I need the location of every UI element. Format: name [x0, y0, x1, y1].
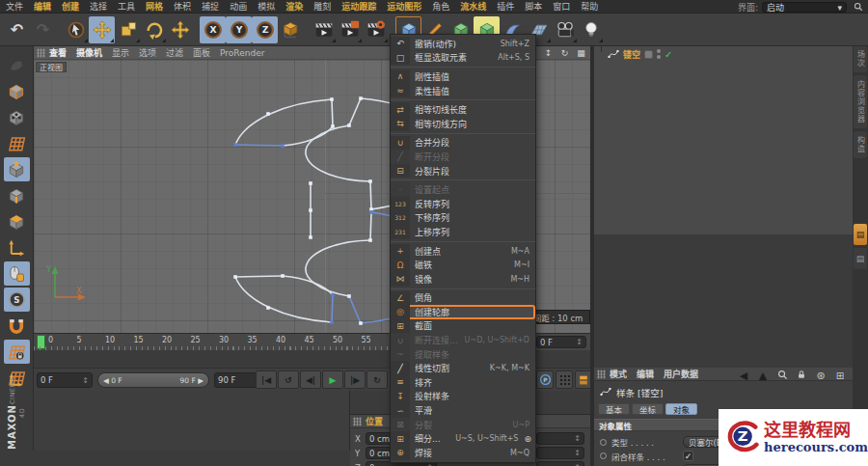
menu-选择[interactable]: 选择 — [90, 0, 107, 13]
menu-item-刚性插值[interactable]: ∧刚性插值 — [391, 69, 535, 84]
attr-checkbox[interactable]: ✓ — [683, 451, 693, 461]
menu-雕刻[interactable]: 雕刻 — [313, 0, 331, 13]
menu-item-断开连接[interactable]: ∪断开连接...U~D, U~Shift+D — [391, 333, 535, 347]
back-arrow-icon[interactable]: ◀ — [737, 370, 750, 382]
current-frame-field[interactable]: 0 F↕ — [37, 372, 93, 388]
layers-panel-tab-icon[interactable]: ▤ — [854, 248, 867, 269]
rotation-field[interactable]: ↕ — [536, 447, 584, 459]
am-menu-模式[interactable]: 模式 — [610, 368, 627, 380]
menu-捕捉[interactable]: 捕捉 — [202, 0, 219, 13]
record-circle-icon[interactable] — [600, 452, 607, 459]
menu-item-镜像[interactable]: ⋈镜像M~H — [391, 272, 535, 287]
menu-渲染[interactable]: 渲染 — [285, 0, 303, 13]
gear-icon[interactable]: ⊛ — [524, 434, 535, 444]
menu-窗口[interactable]: 窗口 — [553, 0, 570, 13]
menu-item-平滑[interactable]: ∽平滑 — [391, 403, 535, 418]
menu-工具[interactable]: 工具 — [118, 0, 135, 13]
y-axis-lock-icon[interactable]: Y — [226, 16, 252, 43]
previous-frame-button[interactable]: ◀| — [300, 370, 321, 389]
go-to-start-button[interactable]: |◀ — [256, 370, 277, 389]
viewport-menu-摄像机[interactable]: 摄像机 — [76, 46, 102, 59]
menu-item-相等切线长度[interactable]: ⇄相等切线长度 — [391, 102, 535, 117]
sculpt-brush-icon[interactable] — [4, 53, 30, 77]
menu-item-设置起点[interactable]: ◦设置起点 — [391, 182, 535, 197]
menu-模拟[interactable]: 模拟 — [258, 0, 275, 13]
camera-icon[interactable] — [552, 16, 578, 43]
side-tab-构造[interactable]: 构造 — [854, 131, 867, 158]
watermark-url[interactable]: herecours.com — [764, 440, 868, 454]
am-menu-用户数据[interactable]: 用户数据 — [664, 368, 698, 380]
menu-动画[interactable]: 动画 — [230, 0, 247, 13]
z-axis-lock-icon[interactable]: Z — [252, 16, 278, 43]
render-view-icon[interactable] — [311, 16, 337, 43]
menu-流水线[interactable]: 流水线 — [460, 0, 486, 13]
object-list[interactable]: 中间部分✗镂空✓ — [594, 29, 853, 234]
visibility-dots[interactable] — [657, 49, 661, 59]
play-backwards-button[interactable]: ↺ — [278, 370, 299, 389]
gear-icon[interactable]: ⊛ — [814, 370, 827, 382]
workplane-paint-icon[interactable] — [4, 131, 30, 155]
rotate-tool-icon[interactable] — [141, 16, 167, 43]
search-icon[interactable] — [854, 2, 863, 14]
menu-插件[interactable]: 插件 — [497, 0, 514, 13]
rotate-view-icon[interactable]: ↻ — [559, 48, 570, 58]
menu-item-框显选取元素[interactable]: □框显选取元素Alt+S, S — [391, 51, 535, 66]
search-icon[interactable] — [775, 370, 789, 382]
point-level-animation-icon[interactable] — [556, 370, 573, 389]
stepper-icon[interactable]: ↕ — [82, 376, 89, 385]
record-circle-icon[interactable] — [600, 439, 607, 446]
menu-item-截面[interactable]: ⊞截面 — [391, 319, 535, 334]
am-menu-编辑[interactable]: 编辑 — [637, 368, 654, 380]
stepper-icon[interactable]: ↕ — [576, 338, 583, 346]
new-panel-icon[interactable]: ⊞ — [833, 370, 847, 381]
redo-icon[interactable]: ↷ — [30, 16, 56, 43]
menu-帮助[interactable]: 帮助 — [581, 0, 598, 13]
scale-tool-icon[interactable] — [115, 16, 141, 43]
menu-item-焊接[interactable]: ⊕焊接M~Q — [391, 446, 535, 460]
lock-icon[interactable] — [795, 370, 808, 382]
viewport-menu-选项[interactable]: 选项 — [139, 46, 156, 59]
light-icon[interactable] — [578, 16, 604, 43]
toggle-views-icon[interactable]: ▦ — [576, 48, 586, 58]
menu-item-线性切割[interactable]: ╱线性切割K~K, M~K — [391, 361, 535, 375]
undo-icon[interactable]: ↶ — [4, 16, 30, 43]
menu-item-细分[interactable]: ⊞细分...U~S, U~Shift+S⊛ — [391, 431, 535, 446]
loop-button[interactable]: ↻ — [366, 370, 388, 389]
viewport-menu-面板[interactable]: 面板 — [193, 46, 210, 59]
menu-网格[interactable]: 网格 — [146, 0, 163, 13]
grip-icon[interactable] — [597, 370, 606, 378]
menu-item-磁铁[interactable]: Ω磁铁M~I — [391, 258, 535, 272]
tab-对象[interactable]: 对象 — [665, 403, 697, 415]
menu-item-排齐[interactable]: ≡排齐 — [391, 375, 535, 390]
edges-mode-icon[interactable] — [4, 183, 30, 207]
menu-item-分裂[interactable]: ⊠分裂U~P — [391, 418, 535, 432]
menu-文件[interactable]: 文件 — [6, 0, 23, 13]
free-move-tool-icon[interactable] — [167, 16, 193, 43]
rotation-field[interactable]: ↕ — [536, 432, 584, 445]
rotation-field[interactable]: ↕ — [536, 461, 584, 466]
object-row[interactable]: 镂空✓ — [608, 47, 672, 61]
zoom-view-icon[interactable]: ↕ — [543, 48, 554, 58]
menu-item-上移序列[interactable]: 231上移序列 — [391, 225, 535, 239]
menu-item-相等切线方向[interactable]: ⇆相等切线方向 — [391, 117, 535, 131]
render-settings-icon[interactable] — [363, 16, 389, 43]
menu-item-断开分段[interactable]: ╱断开分段 — [391, 150, 535, 164]
texture-mode-icon[interactable] — [4, 105, 30, 129]
menu-item-分裂片段[interactable]: ⊟分裂片段 — [391, 164, 535, 178]
attributes-panel-tab-icon[interactable]: ▤ — [854, 224, 867, 245]
menu-运动图形[interactable]: 运动图形 — [387, 0, 421, 13]
render-region-icon[interactable] — [337, 16, 363, 43]
grip-icon[interactable] — [353, 417, 362, 425]
model-mode-icon[interactable] — [4, 79, 30, 103]
polygons-mode-icon[interactable] — [4, 209, 30, 233]
menu-运动跟踪[interactable]: 运动跟踪 — [341, 0, 376, 13]
tab-基本[interactable]: 基本 — [598, 403, 630, 415]
tab-坐标[interactable]: 坐标 — [632, 403, 664, 415]
menu-item-下移序列[interactable]: 312下移序列 — [391, 211, 535, 226]
menu-编辑[interactable]: 编辑 — [34, 0, 51, 13]
viewport-solo-icon[interactable] — [4, 261, 30, 286]
interface-dropdown[interactable]: 启动▾ — [762, 2, 847, 13]
menu-角色[interactable]: 角色 — [432, 0, 449, 13]
coordinate-system-icon[interactable] — [278, 16, 304, 43]
menu-item-创建轮廓[interactable]: ◎创建轮廓 — [391, 305, 535, 319]
